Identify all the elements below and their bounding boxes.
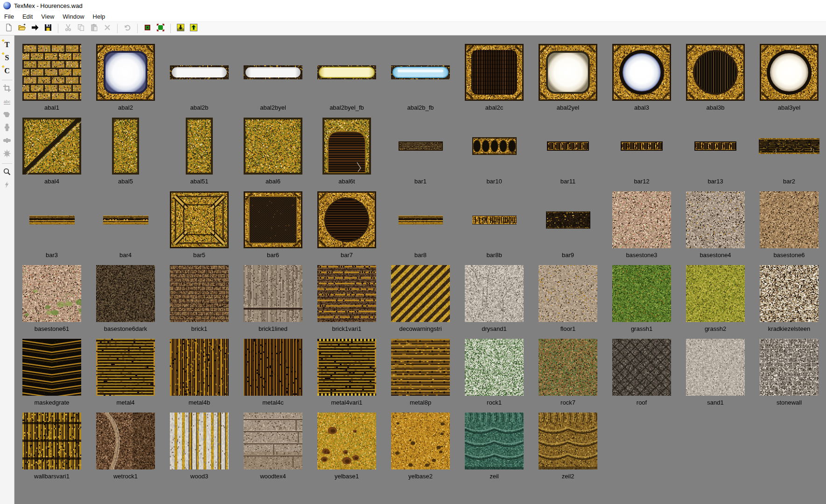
save-button[interactable] xyxy=(42,23,54,34)
texture-thumb-brick1[interactable] xyxy=(170,265,229,322)
texture-thumb-roof[interactable] xyxy=(612,339,671,396)
menu-item-view[interactable]: View xyxy=(37,11,58,21)
texture-label: metal4c xyxy=(262,397,284,406)
tool-pad-horizontal[interactable] xyxy=(1,136,13,147)
texture-thumb-zeil2[interactable] xyxy=(539,413,597,469)
import-button[interactable] xyxy=(29,23,41,34)
texture-thumb-zeil[interactable] xyxy=(465,413,524,469)
texture-thumb-abal2[interactable] xyxy=(96,44,155,101)
new-button[interactable] xyxy=(3,23,15,34)
texture-thumb-abal2b[interactable] xyxy=(170,65,229,79)
texture-cell: abal2c xyxy=(457,43,531,117)
texture-thumb-basestone6[interactable] xyxy=(760,191,819,248)
texture-thumb-bar8b[interactable] xyxy=(472,216,517,224)
texture-thumb-bar11[interactable] xyxy=(547,141,589,151)
texture-thumb-bar4[interactable] xyxy=(103,216,148,224)
export-texture-button[interactable] xyxy=(175,23,187,34)
texture-thumb-basestone4[interactable] xyxy=(686,191,745,248)
texture-thumb-bar7[interactable] xyxy=(317,191,376,248)
texture-label: bar10 xyxy=(486,175,502,185)
view-tile-small-button[interactable] xyxy=(141,23,154,34)
texture-thumb-abal5[interactable] xyxy=(112,118,139,175)
texture-thumb-brick1vari1[interactable] xyxy=(317,265,376,322)
texture-thumb-bar12[interactable] xyxy=(621,141,663,151)
menu-item-edit[interactable]: Edit xyxy=(18,11,37,21)
texture-thumb-maskedgrate[interactable] xyxy=(22,339,81,396)
tool-new-texture[interactable]: ✦T xyxy=(1,39,13,50)
texture-thumb-zone xyxy=(539,412,597,470)
texture-label: bar2 xyxy=(783,175,795,185)
texture-thumb-wallbarsvari1[interactable] xyxy=(22,413,81,469)
texture-thumb-sand1[interactable] xyxy=(686,339,745,396)
tool-actions[interactable] xyxy=(1,180,13,191)
open-button[interactable] xyxy=(16,23,28,34)
tool-pad-vertical[interactable] xyxy=(1,123,13,134)
delete-x-icon xyxy=(103,23,112,34)
texture-thumb-abal2byel[interactable] xyxy=(244,65,302,79)
texture-thumb-woodtex4[interactable] xyxy=(244,413,302,469)
texture-thumb-decowarningstri[interactable] xyxy=(391,265,450,322)
texture-thumb-metal4vari1[interactable] xyxy=(317,339,376,396)
texture-thumb-yelbase1[interactable] xyxy=(317,413,376,469)
texture-thumb-yelbase2[interactable] xyxy=(391,413,450,469)
texture-row: abal1abal2abal2babal2byelabal2byel_fbaba… xyxy=(15,43,826,117)
texture-thumb-metal8p[interactable] xyxy=(391,339,450,396)
texture-thumb-floor1[interactable] xyxy=(539,265,597,322)
texture-thumb-bar8[interactable] xyxy=(399,216,443,224)
texture-thumb-abal6t[interactable] xyxy=(322,118,371,175)
texture-thumb-abal2byel_fb[interactable] xyxy=(317,65,376,79)
texture-thumb-bar9[interactable] xyxy=(546,211,590,229)
texture-thumb-bar6[interactable] xyxy=(244,191,302,248)
tool-new-script[interactable]: ✦S xyxy=(1,52,13,63)
menu-item-help[interactable]: Help xyxy=(89,11,110,21)
texture-thumb-rock1[interactable] xyxy=(465,339,524,396)
tool-crop[interactable] xyxy=(1,84,13,95)
texture-row: bar3bar4bar5bar6bar7bar8bar8bbar9basesto… xyxy=(15,190,826,264)
texture-thumb-metal4[interactable] xyxy=(96,339,155,396)
texture-label: abal1 xyxy=(44,102,59,111)
texture-thumb-rock7[interactable] xyxy=(539,339,597,396)
tool-zoom[interactable] xyxy=(1,167,13,178)
texture-thumb-bar5[interactable] xyxy=(170,191,229,248)
tool-mask[interactable] xyxy=(1,110,13,121)
texture-thumb-basestone3[interactable] xyxy=(612,191,671,248)
texture-thumb-metal4c[interactable] xyxy=(244,339,302,396)
texture-thumb-bar13[interactable] xyxy=(694,141,736,151)
texture-thumb-abal6[interactable] xyxy=(244,118,302,175)
texture-thumb-bar10[interactable] xyxy=(472,137,517,155)
texture-thumb-drysand1[interactable] xyxy=(465,265,524,322)
texture-thumb-abal51[interactable] xyxy=(186,118,213,175)
texture-thumb-abal2b_fb[interactable] xyxy=(391,65,450,79)
texture-thumb-wood3[interactable] xyxy=(170,413,229,469)
texture-thumb-abal3b[interactable] xyxy=(686,44,745,101)
tool-new-cubemap[interactable]: ✦C xyxy=(1,65,13,77)
texture-thumb-brick1lined[interactable] xyxy=(244,265,302,322)
texture-thumb-abal1[interactable] xyxy=(22,44,81,101)
texture-cell: abal3b xyxy=(679,43,752,117)
texture-thumb-bar2[interactable] xyxy=(759,138,819,154)
texture-thumb-kradkiezelsteen[interactable] xyxy=(760,265,819,322)
texture-thumb-grassh2[interactable] xyxy=(686,265,745,322)
texture-thumb-abal3[interactable] xyxy=(612,44,671,101)
import-texture-button[interactable] xyxy=(188,23,200,34)
texture-thumb-stonewall[interactable] xyxy=(760,339,819,396)
menu-item-window[interactable]: Window xyxy=(58,11,88,21)
texture-thumb-abal2c[interactable] xyxy=(465,44,524,101)
texture-thumb-basestone61[interactable] xyxy=(22,265,81,322)
texture-thumb-bar1[interactable] xyxy=(399,141,443,151)
texture-thumb-abal3yel[interactable] xyxy=(760,44,819,101)
tool-effects[interactable] xyxy=(1,149,13,160)
view-tile-selected-button[interactable] xyxy=(154,23,167,34)
menu-item-file[interactable]: File xyxy=(0,11,18,21)
texture-thumb-grassh1[interactable] xyxy=(612,265,671,322)
texture-thumb-metal4b[interactable] xyxy=(170,339,229,396)
texture-thumb-abal2yel[interactable] xyxy=(539,44,597,101)
texture-thumb-zone xyxy=(399,117,443,175)
texture-thumb-wetrock1[interactable] xyxy=(96,413,155,469)
texture-thumb-basestone6dark[interactable] xyxy=(96,265,155,322)
texture-thumb-abal4[interactable] xyxy=(22,118,81,175)
texture-thumb-bar3[interactable] xyxy=(29,216,75,224)
texture-thumb-zone xyxy=(96,338,155,397)
tool-rename[interactable]: abc xyxy=(1,97,13,108)
texture-thumb-zone xyxy=(317,43,376,102)
